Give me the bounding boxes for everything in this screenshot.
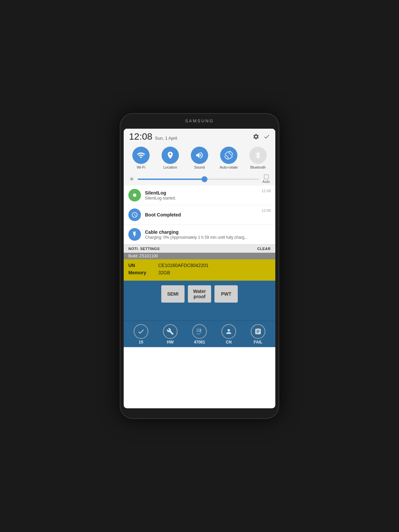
brand-label: SAMSUNG: [185, 118, 214, 123]
brightness-icon: ☀: [129, 176, 134, 183]
clear-button[interactable]: CLEAR: [257, 247, 271, 251]
bootcompleted-time: 12:08: [261, 208, 271, 212]
auto-checkbox[interactable]: [264, 175, 269, 179]
nav-fail[interactable]: FAIL: [251, 324, 265, 344]
notification-panel: 12:08 Sun, 1 April: [124, 129, 275, 186]
brightness-bar: ☀ Auto: [124, 173, 275, 186]
notification-list: SilentLog SilentLog started. 12:08 Boot …: [124, 186, 275, 253]
status-bar: 12:08 Sun, 1 April: [124, 129, 275, 143]
phone-frame: SAMSUNG 12:08 Sun, 1 April: [120, 113, 279, 419]
wrench-icon-circle[interactable]: [163, 324, 178, 339]
status-icons: [253, 133, 270, 140]
autorotate-toggle[interactable]: Auto-rotate: [217, 147, 240, 169]
contact-icon-circle[interactable]: [221, 324, 236, 339]
bluetooth-label: Bluetooth: [250, 165, 266, 169]
memory-value: 32GB: [158, 270, 170, 275]
brightness-thumb[interactable]: [201, 176, 207, 182]
auto-label[interactable]: Auto: [262, 175, 270, 184]
bluetooth-toggle[interactable]: Bluetooth: [246, 147, 270, 169]
diag-spacer: [124, 307, 275, 314]
cablecharging-content: Cable charging Charging: 0% (Approximate…: [145, 229, 271, 240]
fail-label: FAIL: [254, 340, 262, 344]
nav-cn[interactable]: CN: [221, 324, 236, 344]
quick-toggles: Wi-Fi Location Sound: [124, 143, 275, 173]
keypad-icon-circle[interactable]: [192, 324, 207, 339]
silentlog-content: SilentLog SilentLog started.: [145, 190, 257, 200]
notif-settings-label[interactable]: NOTI. SETTINGS: [128, 247, 160, 251]
nav-hw[interactable]: HW: [163, 324, 178, 344]
wifi-label: Wi-Fi: [137, 165, 145, 169]
autorotate-label: Auto-rotate: [220, 165, 238, 169]
un-label: UN: [128, 263, 152, 268]
bootcompleted-title: Boot Completed: [145, 212, 257, 217]
cablecharging-icon: [128, 228, 141, 241]
silentlog-time: 12:08: [261, 189, 271, 193]
time-date: 12:08 Sun, 1 April: [129, 131, 177, 142]
nav-keypad[interactable]: 47001: [192, 324, 207, 344]
bootcompleted-content: Boot Completed: [145, 212, 257, 217]
diagnostic-panel: Build: ZS101100 UN CE10160AFDC8042201 Me…: [124, 253, 275, 347]
bluetooth-circle[interactable]: [249, 147, 267, 164]
location-label: Location: [163, 165, 177, 169]
diag-build-text: Build: ZS101100: [128, 254, 158, 258]
autorotate-circle[interactable]: [220, 147, 237, 164]
date-display: Sun, 1 April: [155, 136, 177, 141]
diag-top-bar: Build: ZS101100: [124, 253, 275, 259]
silentlog-icon: [128, 189, 141, 201]
svg-point-0: [133, 194, 136, 197]
semi-button[interactable]: SEMI: [161, 285, 185, 303]
pwt-button[interactable]: PWT: [214, 285, 238, 303]
notification-cablecharging[interactable]: Cable charging Charging: 0% (Approximate…: [124, 225, 275, 244]
location-toggle[interactable]: Location: [159, 147, 182, 169]
diag-un-row: UN CE10160AFDC8042201: [128, 263, 271, 268]
un-value: CE10160AFDC8042201: [158, 263, 208, 268]
bootcompleted-icon: [128, 208, 141, 221]
silentlog-title: SilentLog: [145, 190, 257, 196]
sound-toggle[interactable]: Sound: [188, 147, 211, 169]
diag-buttons: SEMI Waterproof PWT: [124, 281, 275, 307]
notif-settings-bar: NOTI. SETTINGS CLEAR: [124, 244, 275, 253]
check-icon-circle[interactable]: [134, 324, 148, 339]
check-label: 15: [139, 340, 143, 344]
silentlog-body: SilentLog started.: [145, 196, 257, 200]
bottom-nav: 15 HW 47001: [124, 321, 275, 347]
diag-spacer2: [124, 314, 275, 321]
waterproof-button[interactable]: Waterproof: [188, 285, 211, 303]
wifi-circle[interactable]: [132, 147, 150, 164]
nav-check[interactable]: 15: [134, 324, 148, 344]
wifi-toggle[interactable]: Wi-Fi: [129, 147, 153, 169]
keypad-label: 47001: [194, 340, 205, 344]
checkmark-icon[interactable]: [263, 133, 270, 140]
sound-circle[interactable]: [191, 147, 208, 164]
memory-label: Memory: [128, 270, 152, 275]
settings-icon[interactable]: [253, 133, 259, 140]
brightness-track[interactable]: [138, 179, 259, 180]
sound-label: Sound: [194, 165, 205, 169]
location-circle[interactable]: [162, 147, 179, 164]
notification-bootcompleted[interactable]: Boot Completed 12:08: [124, 205, 275, 225]
time-display: 12:08: [129, 131, 152, 142]
brightness-fill: [138, 179, 204, 180]
cn-label: CN: [226, 340, 231, 344]
clipboard-icon-circle[interactable]: [251, 324, 265, 339]
cablecharging-body: Charging: 0% (Approximately 1 h 59 min u…: [145, 235, 271, 240]
screen: 12:08 Sun, 1 April: [124, 129, 275, 408]
cablecharging-title: Cable charging: [145, 229, 271, 235]
diag-memory-row: Memory 32GB: [128, 270, 271, 275]
diag-info-section: UN CE10160AFDC8042201 Memory 32GB: [124, 259, 275, 281]
hw-label: HW: [167, 340, 174, 344]
notification-silentlog[interactable]: SilentLog SilentLog started. 12:08: [124, 186, 275, 205]
